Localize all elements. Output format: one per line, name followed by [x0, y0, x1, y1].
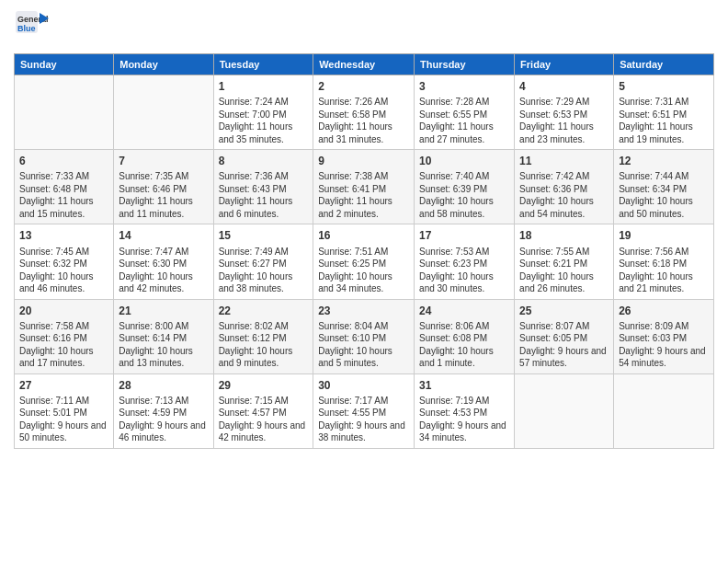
day-info: Sunrise: 7:15 AM Sunset: 4:57 PM Dayligh… — [219, 395, 309, 444]
column-header-sunday: Sunday — [15, 54, 114, 75]
column-header-friday: Friday — [515, 54, 614, 75]
day-number: 3 — [419, 79, 509, 94]
calendar-cell: 6Sunrise: 7:33 AM Sunset: 6:48 PM Daylig… — [15, 150, 114, 224]
calendar-cell: 29Sunrise: 7:15 AM Sunset: 4:57 PM Dayli… — [213, 373, 313, 448]
logo: GeneralBlue — [14, 9, 51, 46]
day-number: 25 — [519, 304, 609, 318]
column-header-wednesday: Wednesday — [313, 54, 415, 75]
day-number: 5 — [619, 79, 709, 94]
day-info: Sunrise: 7:35 AM Sunset: 6:46 PM Dayligh… — [119, 170, 208, 220]
day-number: 24 — [419, 304, 509, 318]
calendar-cell: 10Sunrise: 7:40 AM Sunset: 6:39 PM Dayli… — [415, 150, 515, 224]
calendar-cell: 24Sunrise: 8:06 AM Sunset: 6:08 PM Dayli… — [415, 299, 515, 373]
calendar-cell: 17Sunrise: 7:53 AM Sunset: 6:23 PM Dayli… — [415, 224, 515, 299]
calendar-week-2: 6Sunrise: 7:33 AM Sunset: 6:48 PM Daylig… — [15, 150, 714, 224]
day-number: 22 — [219, 304, 309, 318]
day-info: Sunrise: 7:47 AM Sunset: 6:30 PM Dayligh… — [119, 246, 208, 295]
day-number: 21 — [119, 304, 208, 318]
calendar-cell: 9Sunrise: 7:38 AM Sunset: 6:41 PM Daylig… — [313, 150, 415, 224]
day-info: Sunrise: 7:17 AM Sunset: 4:55 PM Dayligh… — [318, 395, 409, 444]
column-header-saturday: Saturday — [614, 54, 714, 75]
day-info: Sunrise: 7:29 AM Sunset: 6:53 PM Dayligh… — [519, 96, 609, 145]
calendar-cell: 8Sunrise: 7:36 AM Sunset: 6:43 PM Daylig… — [213, 150, 313, 224]
day-info: Sunrise: 7:19 AM Sunset: 4:53 PM Dayligh… — [419, 395, 509, 444]
calendar-cell: 18Sunrise: 7:55 AM Sunset: 6:21 PM Dayli… — [515, 224, 614, 299]
day-info: Sunrise: 7:13 AM Sunset: 4:59 PM Dayligh… — [119, 395, 208, 444]
calendar-cell: 5Sunrise: 7:31 AM Sunset: 6:51 PM Daylig… — [614, 75, 714, 150]
day-info: Sunrise: 7:33 AM Sunset: 6:48 PM Dayligh… — [19, 170, 108, 220]
calendar-cell — [114, 75, 213, 150]
day-number: 16 — [318, 228, 409, 243]
day-info: Sunrise: 7:55 AM Sunset: 6:21 PM Dayligh… — [519, 246, 609, 295]
calendar-week-3: 13Sunrise: 7:45 AM Sunset: 6:32 PM Dayli… — [15, 224, 714, 299]
day-number: 20 — [19, 304, 108, 318]
calendar-cell: 7Sunrise: 7:35 AM Sunset: 6:46 PM Daylig… — [114, 150, 213, 224]
day-info: Sunrise: 7:45 AM Sunset: 6:32 PM Dayligh… — [19, 246, 108, 295]
day-info: Sunrise: 8:09 AM Sunset: 6:03 PM Dayligh… — [619, 320, 709, 370]
calendar-cell: 16Sunrise: 7:51 AM Sunset: 6:25 PM Dayli… — [313, 224, 415, 299]
calendar-cell: 11Sunrise: 7:42 AM Sunset: 6:36 PM Dayli… — [515, 150, 614, 224]
calendar-cell: 12Sunrise: 7:44 AM Sunset: 6:34 PM Dayli… — [614, 150, 714, 224]
calendar-cell: 4Sunrise: 7:29 AM Sunset: 6:53 PM Daylig… — [515, 75, 614, 150]
calendar-header-row: SundayMondayTuesdayWednesdayThursdayFrid… — [15, 54, 714, 75]
day-number: 4 — [519, 79, 609, 94]
day-info: Sunrise: 7:36 AM Sunset: 6:43 PM Dayligh… — [219, 170, 309, 220]
day-info: Sunrise: 7:11 AM Sunset: 5:01 PM Dayligh… — [19, 395, 108, 444]
day-number: 31 — [419, 378, 509, 393]
calendar-cell: 22Sunrise: 8:02 AM Sunset: 6:12 PM Dayli… — [213, 299, 313, 373]
calendar-cell: 28Sunrise: 7:13 AM Sunset: 4:59 PM Dayli… — [114, 373, 213, 448]
calendar-cell: 15Sunrise: 7:49 AM Sunset: 6:27 PM Dayli… — [213, 224, 313, 299]
day-info: Sunrise: 7:26 AM Sunset: 6:58 PM Dayligh… — [318, 96, 409, 145]
day-number: 19 — [619, 228, 709, 243]
day-number: 14 — [119, 228, 208, 243]
day-info: Sunrise: 7:53 AM Sunset: 6:23 PM Dayligh… — [419, 246, 509, 295]
day-info: Sunrise: 8:04 AM Sunset: 6:10 PM Dayligh… — [318, 320, 409, 370]
day-number: 17 — [419, 228, 509, 243]
day-info: Sunrise: 8:06 AM Sunset: 6:08 PM Dayligh… — [419, 320, 509, 370]
calendar-cell: 19Sunrise: 7:56 AM Sunset: 6:18 PM Dayli… — [614, 224, 714, 299]
day-number: 26 — [619, 304, 709, 318]
calendar-cell: 30Sunrise: 7:17 AM Sunset: 4:55 PM Dayli… — [313, 373, 415, 448]
day-number: 23 — [318, 304, 409, 318]
day-info: Sunrise: 7:56 AM Sunset: 6:18 PM Dayligh… — [619, 246, 709, 295]
calendar-cell: 23Sunrise: 8:04 AM Sunset: 6:10 PM Dayli… — [313, 299, 415, 373]
calendar-cell: 3Sunrise: 7:28 AM Sunset: 6:55 PM Daylig… — [415, 75, 515, 150]
calendar-table: SundayMondayTuesdayWednesdayThursdayFrid… — [14, 53, 714, 449]
calendar-cell: 26Sunrise: 8:09 AM Sunset: 6:03 PM Dayli… — [614, 299, 714, 373]
page-header: GeneralBlue — [14, 9, 714, 46]
day-number: 29 — [219, 378, 309, 393]
day-number: 28 — [119, 378, 208, 393]
calendar-week-5: 27Sunrise: 7:11 AM Sunset: 5:01 PM Dayli… — [15, 373, 714, 448]
calendar-cell — [15, 75, 114, 150]
day-number: 12 — [619, 154, 709, 168]
calendar-week-4: 20Sunrise: 7:58 AM Sunset: 6:16 PM Dayli… — [15, 299, 714, 373]
svg-text:Blue: Blue — [17, 24, 36, 33]
column-header-tuesday: Tuesday — [213, 54, 313, 75]
calendar-cell — [614, 373, 714, 448]
calendar-cell: 20Sunrise: 7:58 AM Sunset: 6:16 PM Dayli… — [15, 299, 114, 373]
column-header-thursday: Thursday — [415, 54, 515, 75]
day-number: 8 — [219, 154, 309, 168]
day-info: Sunrise: 7:31 AM Sunset: 6:51 PM Dayligh… — [619, 96, 709, 145]
day-number: 11 — [519, 154, 609, 168]
day-number: 7 — [119, 154, 208, 168]
calendar-week-1: 1Sunrise: 7:24 AM Sunset: 7:00 PM Daylig… — [15, 75, 714, 150]
day-info: Sunrise: 8:07 AM Sunset: 6:05 PM Dayligh… — [519, 320, 609, 370]
day-info: Sunrise: 7:28 AM Sunset: 6:55 PM Dayligh… — [419, 96, 509, 145]
day-number: 1 — [219, 79, 309, 94]
day-number: 18 — [519, 228, 609, 243]
day-info: Sunrise: 8:00 AM Sunset: 6:14 PM Dayligh… — [119, 320, 208, 370]
day-number: 15 — [219, 228, 309, 243]
day-info: Sunrise: 7:38 AM Sunset: 6:41 PM Dayligh… — [318, 170, 409, 220]
day-info: Sunrise: 7:51 AM Sunset: 6:25 PM Dayligh… — [318, 246, 409, 295]
day-info: Sunrise: 8:02 AM Sunset: 6:12 PM Dayligh… — [219, 320, 309, 370]
day-info: Sunrise: 7:24 AM Sunset: 7:00 PM Dayligh… — [219, 96, 309, 145]
calendar-cell: 21Sunrise: 8:00 AM Sunset: 6:14 PM Dayli… — [114, 299, 213, 373]
day-info: Sunrise: 7:44 AM Sunset: 6:34 PM Dayligh… — [619, 170, 709, 220]
calendar-cell: 14Sunrise: 7:47 AM Sunset: 6:30 PM Dayli… — [114, 224, 213, 299]
calendar-cell: 13Sunrise: 7:45 AM Sunset: 6:32 PM Dayli… — [15, 224, 114, 299]
calendar-cell: 1Sunrise: 7:24 AM Sunset: 7:00 PM Daylig… — [213, 75, 313, 150]
day-number: 30 — [318, 378, 409, 393]
day-info: Sunrise: 7:49 AM Sunset: 6:27 PM Dayligh… — [219, 246, 309, 295]
column-header-monday: Monday — [114, 54, 213, 75]
